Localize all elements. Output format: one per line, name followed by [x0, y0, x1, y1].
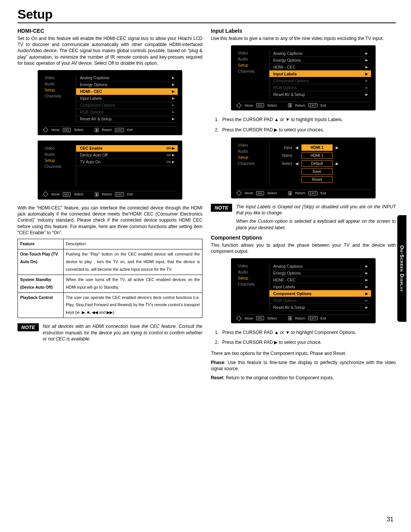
- osd-detail-row[interactable]: Reset: [273, 176, 368, 183]
- osd-detail-row[interactable]: Save: [273, 168, 368, 175]
- osd-item[interactable]: Input Labels▶: [76, 95, 178, 102]
- hdmi-para2: With the “HDMI-CEC” feature, you can int…: [18, 205, 202, 236]
- osd-item[interactable]: Input Labels▶: [269, 70, 371, 77]
- page-number: 31: [387, 516, 393, 523]
- osd-item[interactable]: CEC EnableOn ▶: [76, 145, 178, 152]
- page-title: Setup: [18, 7, 396, 22]
- osd-item[interactable]: Component Options▶: [269, 290, 371, 297]
- osd-item[interactable]: Reset AV & Setup▶: [269, 91, 371, 98]
- hdmi-heading: HDMI-CEC: [18, 28, 202, 34]
- osd-navbar: Move SELSelect ▮Return EXITExit: [42, 126, 178, 132]
- osd-item[interactable]: Analog Captions▶: [269, 263, 371, 270]
- input-steps: Press the CURSOR PAD ▲ or ▼ to highlight…: [220, 116, 396, 134]
- osd-detail-row[interactable]: Select◀Default▶: [273, 160, 368, 167]
- comp-heading: Component Options: [211, 235, 396, 241]
- osd-item[interactable]: RGB Options▶: [76, 109, 178, 116]
- osd-item[interactable]: Energy Options▶: [76, 81, 178, 88]
- osd-item[interactable]: HDMI - CEC▶: [269, 64, 371, 70]
- osd-item[interactable]: HDMI - CEC▶: [269, 276, 371, 283]
- osd-item[interactable]: Analog Captions▶: [76, 75, 178, 81]
- osd-item[interactable]: Input Labels▶: [269, 283, 371, 290]
- comp-phase: Phase: Use this feature to fine-tune the…: [211, 359, 396, 372]
- osd-cat-channels[interactable]: Channels: [42, 93, 76, 99]
- osd-cat-audio[interactable]: Audio: [42, 81, 76, 87]
- osd-item[interactable]: TV Auto OnOn ▶: [76, 159, 178, 166]
- cec-feature-table: FeatureDescription One-Touch Play (TV Au…: [18, 239, 202, 318]
- osd-item[interactable]: Analog Captions▶: [269, 50, 371, 57]
- comp-para1: This function allows you to adjust the p…: [211, 242, 396, 254]
- hdmi-para1: Set to On and this feature will enable t…: [18, 35, 202, 66]
- osd-detail-row[interactable]: Input◀HDMI 1▶: [273, 144, 368, 151]
- osd-item[interactable]: Component Options▶: [76, 102, 178, 109]
- comp-steps: Press the CURSOR PAD ▲ or ▼ to highlight…: [220, 329, 396, 347]
- dpad-icon: [43, 127, 48, 133]
- input-para: Use this feature to give a name to any o…: [211, 35, 396, 42]
- dpad-icon: [43, 192, 48, 197]
- input-heading: Input Labels: [211, 28, 396, 34]
- osd-item[interactable]: Reset AV & Setup▶: [76, 116, 178, 123]
- osd-input-detail: Video Audio Setup Channels Input◀HDMI 1▶…: [231, 137, 376, 198]
- osd-item[interactable]: Component Options▶: [269, 77, 371, 84]
- osd-item[interactable]: Reset AV & Setup▶: [269, 304, 371, 311]
- osd-item[interactable]: RGB Options▶: [269, 84, 371, 91]
- osd-cec-submenu: Video Audio Setup Channels CEC EnableOn …: [38, 141, 182, 200]
- osd-item[interactable]: Energy Options▶: [269, 57, 371, 64]
- osd-navbar: Move SELSelect ▮Return EXITExit: [42, 191, 178, 197]
- osd-comp-menu: Video Audio Setup Channels Analog Captio…: [231, 258, 376, 323]
- osd-item[interactable]: HDMI - CEC▶: [76, 88, 178, 95]
- osd-hdmi-menu: Video Audio Setup Channels Analog Captio…: [38, 70, 182, 135]
- osd-item[interactable]: RGB Options▶: [269, 297, 371, 304]
- comp-reset: Reset: Return to the original condition …: [211, 375, 396, 381]
- osd-cat-video[interactable]: Video: [42, 75, 76, 81]
- osd-input-menu: Video Audio Setup Channels Analog Captio…: [231, 45, 376, 110]
- osd-item[interactable]: Energy Options▶: [269, 270, 371, 276]
- hdmi-note: NOTE Not all devices with an HDMI connec…: [18, 323, 202, 342]
- section-tab: On-Screen Display: [397, 215, 406, 322]
- input-note: NOTE The Input Labels is Grayed out (Ski…: [211, 204, 396, 231]
- comp-para2: There are two options for the Component …: [211, 350, 396, 356]
- osd-cat-setup[interactable]: Setup: [42, 87, 76, 93]
- osd-item[interactable]: Device Auto OffOn ▶: [76, 152, 178, 159]
- osd-detail-row[interactable]: NameHDMI 1: [273, 152, 368, 159]
- title-rule: [18, 22, 396, 23]
